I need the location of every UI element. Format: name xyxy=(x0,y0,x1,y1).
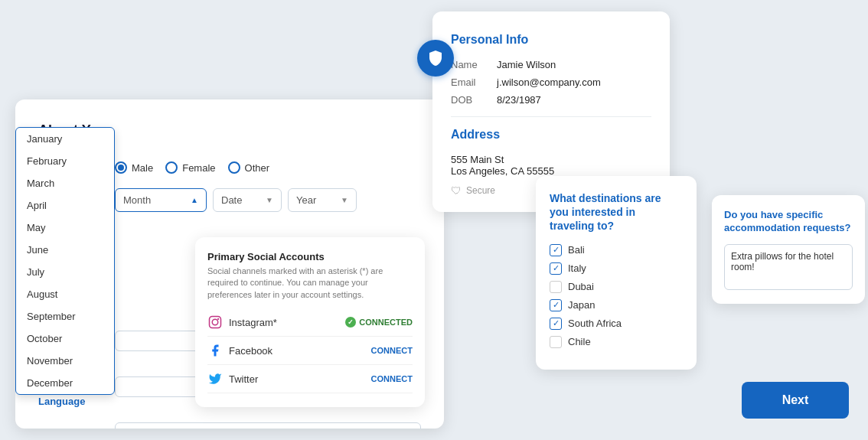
month-february[interactable]: February xyxy=(16,150,114,172)
checkbox-checked-icon: ✓ xyxy=(550,262,562,275)
name-key: Name xyxy=(451,59,497,70)
destination-label: Chile xyxy=(568,336,591,347)
facebook-connect[interactable]: CONNECT xyxy=(371,346,413,355)
accommodation-value: Extra pillows for the hotel room! xyxy=(724,244,853,290)
social-desc: Social channels marked with an asterisk … xyxy=(207,266,413,301)
checkbox-checked-icon: ✓ xyxy=(550,299,562,311)
destinations-card: What destinations are you interested in … xyxy=(536,176,697,370)
dob-key: DOB xyxy=(451,94,497,106)
accommodation-title: Do you have specific accommodation reque… xyxy=(724,209,853,235)
month-october[interactable]: October xyxy=(16,328,114,350)
checkbox-checked-icon: ✓ xyxy=(550,244,562,256)
checkbox-unchecked-icon xyxy=(550,281,562,293)
date-arrow-icon: ▼ xyxy=(266,196,273,204)
month-june[interactable]: June xyxy=(16,239,114,261)
social-card: Primary Social Accounts Social channels … xyxy=(195,237,425,407)
next-button[interactable]: Next xyxy=(742,382,849,419)
month-january[interactable]: January xyxy=(16,128,114,150)
destination-item[interactable]: Dubai xyxy=(550,281,683,293)
facebook-icon xyxy=(207,343,223,358)
destination-item[interactable]: Chile xyxy=(550,336,683,348)
facebook-row: Facebook CONNECT xyxy=(207,337,413,365)
name-row: Name Jamie Wilson xyxy=(451,59,651,70)
destination-item[interactable]: ✓Italy xyxy=(550,262,683,275)
radio-female-circle xyxy=(165,161,178,174)
secure-shield-icon: 🛡 xyxy=(451,184,462,197)
accommodation-card: Do you have specific accommodation reque… xyxy=(712,195,865,304)
radio-male-circle xyxy=(115,161,127,174)
gender-female[interactable]: Female xyxy=(165,161,215,174)
destination-label: Bali xyxy=(568,244,585,256)
destination-label: Japan xyxy=(568,299,595,311)
bio-row: Your Bio xyxy=(38,422,421,429)
destination-label: South Africa xyxy=(568,318,622,329)
destination-label: Dubai xyxy=(568,281,594,292)
month-dropdown: January February March April May June Ju… xyxy=(15,127,115,395)
destinations-title: What destinations are you interested in … xyxy=(550,191,683,233)
month-arrow-icon: ▲ xyxy=(191,196,198,204)
svg-point-1 xyxy=(212,319,218,325)
address-block: 555 Main St Los Angeles, CA 55555 xyxy=(451,154,651,177)
year-arrow-icon: ▼ xyxy=(341,196,348,204)
email-row: Email j.wilson@company.com xyxy=(451,77,651,88)
month-select[interactable]: Month ▲ xyxy=(115,188,207,212)
personal-info-table: Name Jamie Wilson Email j.wilson@company… xyxy=(451,59,651,106)
shield-icon xyxy=(417,40,454,77)
twitter-icon xyxy=(207,371,223,386)
bio-label: Your Bio xyxy=(38,422,115,429)
month-may[interactable]: May xyxy=(16,217,114,239)
address-title: Address xyxy=(451,128,651,142)
month-march[interactable]: March xyxy=(16,172,114,194)
instagram-status: ✓ CONNECTED xyxy=(345,317,413,328)
month-september[interactable]: September xyxy=(16,305,114,328)
month-july[interactable]: July xyxy=(16,261,114,283)
twitter-connect[interactable]: CONNECT xyxy=(371,374,413,383)
radio-other-circle xyxy=(228,161,240,174)
bio-controls xyxy=(115,422,421,429)
month-august[interactable]: August xyxy=(16,283,114,305)
bio-textarea[interactable] xyxy=(115,422,421,429)
connected-check-icon: ✓ xyxy=(345,317,356,328)
instagram-icon xyxy=(207,315,223,330)
date-select[interactable]: Date ▼ xyxy=(213,188,282,212)
gender-other[interactable]: Other xyxy=(228,161,270,174)
birthdate-selects: Month ▲ Date ▼ Year ▼ xyxy=(115,188,421,212)
destination-label: Italy xyxy=(568,262,586,274)
dob-value: 8/23/1987 xyxy=(497,94,541,106)
gender-radio-group: Male Female Other xyxy=(115,157,269,174)
facebook-label: Facebook xyxy=(229,345,272,357)
month-november[interactable]: November xyxy=(16,350,114,372)
personal-info-title: Personal Info xyxy=(451,33,651,47)
svg-point-2 xyxy=(217,318,219,320)
destination-item[interactable]: ✓South Africa xyxy=(550,318,683,330)
destination-item[interactable]: ✓Bali xyxy=(550,244,683,256)
instagram-label: Instagram* xyxy=(229,317,277,328)
email-key: Email xyxy=(451,77,497,88)
name-value: Jamie Wilson xyxy=(497,59,556,70)
instagram-row: Instagram* ✓ CONNECTED xyxy=(207,308,413,337)
address-line2: Los Angeles, CA 55555 xyxy=(451,165,651,177)
checkbox-unchecked-icon xyxy=(550,336,562,348)
dob-row: DOB 8/23/1987 xyxy=(451,94,651,106)
email-value: j.wilson@company.com xyxy=(497,77,601,88)
birthdate-row: Birthdate Month ▲ Date ▼ Year ▼ xyxy=(38,188,421,212)
address-line1: 555 Main St xyxy=(451,154,651,165)
month-april[interactable]: April xyxy=(16,194,114,217)
gender-male[interactable]: Male xyxy=(115,161,153,174)
svg-rect-0 xyxy=(210,317,221,328)
month-december[interactable]: December xyxy=(16,372,114,394)
destination-item[interactable]: ✓Japan xyxy=(550,299,683,311)
birthdate-controls: Month ▲ Date ▼ Year ▼ January Februar xyxy=(115,188,421,212)
twitter-label: Twitter xyxy=(229,373,258,385)
social-title: Primary Social Accounts xyxy=(207,251,413,262)
year-select[interactable]: Year ▼ xyxy=(288,188,357,212)
checkbox-checked-icon: ✓ xyxy=(550,318,562,330)
twitter-row: Twitter CONNECT xyxy=(207,365,413,393)
destinations-list: ✓Bali✓ItalyDubai✓Japan✓South AfricaChile xyxy=(550,244,683,348)
scene: About You Gender Male Female Other xyxy=(0,0,868,440)
